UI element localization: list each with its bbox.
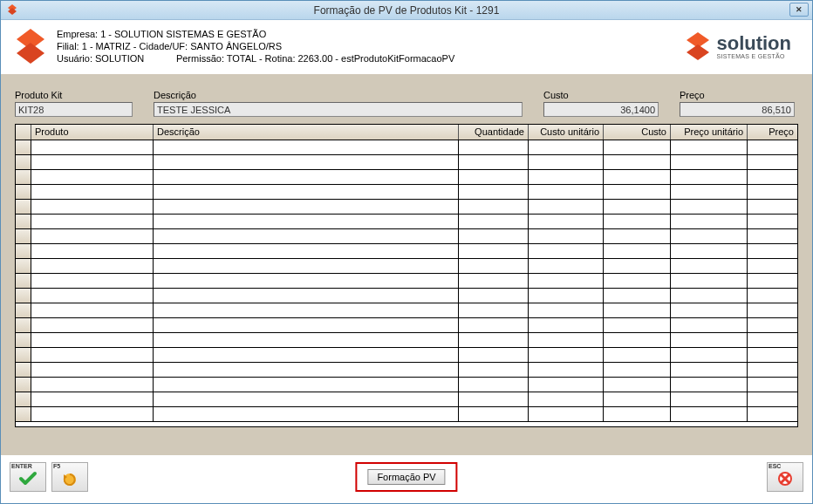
cell-preco-unitario[interactable] bbox=[671, 407, 748, 422]
cell-custo-unitario[interactable] bbox=[529, 378, 604, 392]
cell-preco-unitario[interactable] bbox=[671, 274, 748, 289]
preco-input[interactable] bbox=[680, 102, 795, 117]
cell-preco[interactable] bbox=[748, 318, 797, 333]
cell-quantidade[interactable] bbox=[459, 303, 529, 318]
cell-quantidade[interactable] bbox=[459, 244, 529, 259]
cell-descricao[interactable] bbox=[154, 378, 459, 392]
cell-produto[interactable] bbox=[31, 348, 154, 363]
cell-custo[interactable] bbox=[604, 215, 671, 229]
cell-quantidade[interactable] bbox=[459, 259, 529, 274]
cell-custo[interactable] bbox=[604, 274, 671, 289]
row-selector[interactable] bbox=[16, 363, 31, 378]
row-selector[interactable] bbox=[16, 155, 31, 170]
cell-preco-unitario[interactable] bbox=[671, 392, 748, 407]
cell-custo[interactable] bbox=[604, 363, 671, 378]
cell-custo-unitario[interactable] bbox=[529, 274, 604, 289]
cell-preco[interactable] bbox=[748, 348, 797, 363]
cell-descricao[interactable] bbox=[154, 170, 459, 185]
cell-produto[interactable] bbox=[31, 392, 154, 407]
table-row[interactable] bbox=[16, 333, 797, 348]
cell-preco[interactable] bbox=[748, 333, 797, 348]
cell-descricao[interactable] bbox=[154, 303, 459, 318]
cell-produto[interactable] bbox=[31, 318, 154, 333]
cell-descricao[interactable] bbox=[154, 333, 459, 348]
cell-preco[interactable] bbox=[748, 215, 797, 229]
enter-button[interactable]: ENTER bbox=[10, 462, 46, 492]
cell-custo-unitario[interactable] bbox=[529, 289, 604, 303]
cell-preco-unitario[interactable] bbox=[671, 333, 748, 348]
row-selector[interactable] bbox=[16, 407, 31, 422]
cell-custo-unitario[interactable] bbox=[529, 392, 604, 407]
cell-preco-unitario[interactable] bbox=[671, 244, 748, 259]
cell-preco-unitario[interactable] bbox=[671, 348, 748, 363]
cell-produto[interactable] bbox=[31, 229, 154, 244]
produto-kit-input[interactable] bbox=[15, 102, 133, 117]
cell-preco[interactable] bbox=[748, 363, 797, 378]
table-row[interactable] bbox=[16, 392, 797, 407]
row-selector[interactable] bbox=[16, 244, 31, 259]
cell-descricao[interactable] bbox=[154, 318, 459, 333]
cell-preco[interactable] bbox=[748, 170, 797, 185]
grid-header-quantidade[interactable]: Quantidade bbox=[459, 125, 529, 140]
table-row[interactable] bbox=[16, 259, 797, 274]
grid-header-custo-unitario[interactable]: Custo unitário bbox=[529, 125, 604, 140]
esc-button[interactable]: ESC bbox=[767, 462, 803, 492]
cell-custo-unitario[interactable] bbox=[529, 185, 604, 200]
row-selector[interactable] bbox=[16, 215, 31, 229]
cell-custo[interactable] bbox=[604, 185, 671, 200]
cell-preco-unitario[interactable] bbox=[671, 215, 748, 229]
row-selector[interactable] bbox=[16, 229, 31, 244]
cell-preco-unitario[interactable] bbox=[671, 303, 748, 318]
table-row[interactable] bbox=[16, 215, 797, 229]
cell-custo-unitario[interactable] bbox=[529, 303, 604, 318]
row-selector[interactable] bbox=[16, 200, 31, 215]
cell-preco-unitario[interactable] bbox=[671, 140, 748, 155]
cell-preco[interactable] bbox=[748, 392, 797, 407]
cell-preco-unitario[interactable] bbox=[671, 170, 748, 185]
custo-input[interactable] bbox=[543, 102, 659, 117]
cell-quantidade[interactable] bbox=[459, 378, 529, 392]
cell-descricao[interactable] bbox=[154, 140, 459, 155]
cell-quantidade[interactable] bbox=[459, 392, 529, 407]
cell-produto[interactable] bbox=[31, 200, 154, 215]
cell-custo[interactable] bbox=[604, 303, 671, 318]
cell-quantidade[interactable] bbox=[459, 333, 529, 348]
cell-preco[interactable] bbox=[748, 229, 797, 244]
cell-produto[interactable] bbox=[31, 363, 154, 378]
cell-preco-unitario[interactable] bbox=[671, 259, 748, 274]
cell-preco[interactable] bbox=[748, 200, 797, 215]
row-selector[interactable] bbox=[16, 318, 31, 333]
grid-header-custo[interactable]: Custo bbox=[604, 125, 671, 140]
cell-preco-unitario[interactable] bbox=[671, 363, 748, 378]
cell-preco-unitario[interactable] bbox=[671, 229, 748, 244]
cell-descricao[interactable] bbox=[154, 274, 459, 289]
cell-custo[interactable] bbox=[604, 348, 671, 363]
cell-custo-unitario[interactable] bbox=[529, 200, 604, 215]
cell-custo[interactable] bbox=[604, 200, 671, 215]
row-selector[interactable] bbox=[16, 289, 31, 303]
cell-descricao[interactable] bbox=[154, 185, 459, 200]
cell-custo-unitario[interactable] bbox=[529, 244, 604, 259]
cell-quantidade[interactable] bbox=[459, 289, 529, 303]
row-selector[interactable] bbox=[16, 170, 31, 185]
cell-produto[interactable] bbox=[31, 333, 154, 348]
cell-quantidade[interactable] bbox=[459, 215, 529, 229]
grid-header-selector[interactable] bbox=[16, 125, 31, 140]
cell-quantidade[interactable] bbox=[459, 274, 529, 289]
cell-custo-unitario[interactable] bbox=[529, 348, 604, 363]
row-selector[interactable] bbox=[16, 259, 31, 274]
cell-custo-unitario[interactable] bbox=[529, 259, 604, 274]
cell-produto[interactable] bbox=[31, 170, 154, 185]
cell-preco-unitario[interactable] bbox=[671, 318, 748, 333]
cell-custo[interactable] bbox=[604, 140, 671, 155]
cell-produto[interactable] bbox=[31, 274, 154, 289]
cell-produto[interactable] bbox=[31, 289, 154, 303]
cell-custo[interactable] bbox=[604, 229, 671, 244]
cell-produto[interactable] bbox=[31, 259, 154, 274]
cell-quantidade[interactable] bbox=[459, 348, 529, 363]
descricao-input[interactable] bbox=[154, 102, 523, 117]
cell-descricao[interactable] bbox=[154, 155, 459, 170]
cell-preco[interactable] bbox=[748, 259, 797, 274]
grid-header-preco[interactable]: Preço bbox=[748, 125, 797, 140]
row-selector[interactable] bbox=[16, 274, 31, 289]
